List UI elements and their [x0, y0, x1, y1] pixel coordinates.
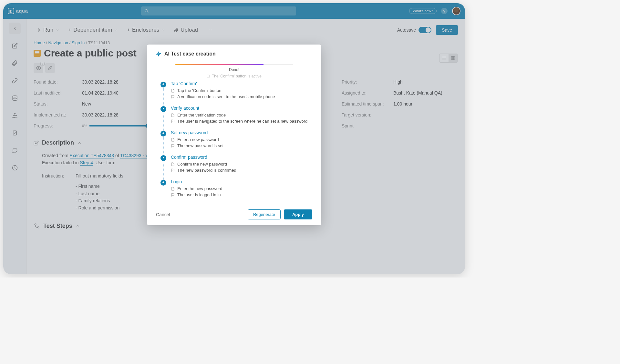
flag-icon	[171, 119, 175, 123]
modal-step: Set new password Enter a new password Th…	[160, 130, 312, 155]
step-action: Confirm the new password	[177, 162, 227, 167]
step-bullet-icon	[160, 155, 166, 161]
step-title: Confirm password	[171, 155, 312, 160]
partial-step: The 'Confirm' button is active	[156, 74, 312, 78]
step-bullet-icon	[160, 180, 166, 186]
document-icon	[171, 113, 175, 117]
step-action: Enter a new password	[177, 137, 219, 142]
document-icon	[171, 162, 175, 166]
step-bullet-icon	[160, 106, 166, 112]
flag-icon	[171, 168, 175, 172]
step-bullet-icon	[160, 131, 166, 136]
modal-steps-list: Tap 'Confirm' Tap the 'Confirm' button A…	[156, 81, 312, 204]
step-action: Enter the new password	[177, 186, 222, 191]
modal-title-text: AI Test case creation	[164, 51, 216, 57]
step-action: Tap the 'Confirm' button	[177, 88, 221, 93]
document-icon	[171, 187, 175, 191]
document-icon	[171, 89, 175, 93]
flag-icon	[171, 144, 175, 148]
modal-overlay: AI Test case creation Done! The 'Confirm…	[3, 3, 465, 274]
modal-step: Verify account Enter the verification co…	[160, 106, 312, 130]
apply-button[interactable]: Apply	[284, 209, 312, 219]
step-title: Verify account	[171, 106, 312, 111]
modal-step: Login Enter the new password The user is…	[160, 179, 312, 204]
modal-progress	[175, 64, 293, 65]
svg-marker-18	[157, 52, 160, 56]
step-title: Tap 'Confirm'	[171, 81, 312, 86]
svg-rect-19	[207, 75, 210, 77]
modal-step: Tap 'Confirm' Tap the 'Confirm' button A…	[160, 81, 312, 106]
document-icon	[171, 138, 175, 142]
step-result: A verification code is sent to the user'…	[177, 94, 275, 99]
step-action: Enter the verification code	[177, 113, 226, 117]
step-title: Login	[171, 179, 312, 184]
ai-modal: AI Test case creation Done! The 'Confirm…	[147, 45, 321, 225]
step-result: The user is logged in in	[177, 192, 221, 197]
modal-done-text: Done!	[156, 67, 312, 72]
flag-icon	[171, 95, 175, 99]
cancel-button[interactable]: Cancel	[156, 212, 170, 217]
step-bullet-icon	[160, 82, 166, 87]
step-result: The user is navigated to the screen wher…	[177, 119, 307, 124]
flag-icon	[171, 193, 175, 197]
modal-step: Confirm password Confirm the new passwor…	[160, 155, 312, 179]
step-result: The new password is set	[177, 143, 223, 148]
regenerate-button[interactable]: Regenerate	[248, 209, 281, 219]
step-title: Set new password	[171, 130, 312, 135]
lightning-icon	[156, 51, 161, 56]
modal-title: AI Test case creation	[156, 51, 312, 57]
step-result: The new password is confirmed	[177, 168, 236, 173]
